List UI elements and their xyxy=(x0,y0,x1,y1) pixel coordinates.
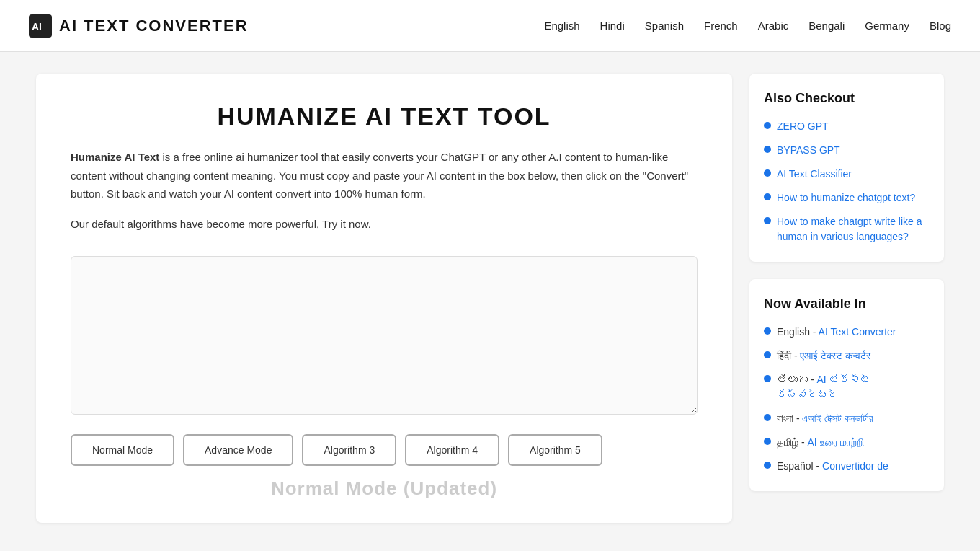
available-link[interactable]: एआई टेक्स्ट कन्वर्टर xyxy=(800,350,870,361)
nav-link-english[interactable]: English xyxy=(544,19,579,32)
list-item: How to make chatgpt write like a human i… xyxy=(764,214,930,244)
bullet-dot xyxy=(764,462,771,469)
bullet-dot xyxy=(764,414,771,421)
bullet-dot xyxy=(764,351,771,358)
bullet-dot xyxy=(764,169,771,177)
list-item: BYPASS GPT xyxy=(764,143,930,158)
nav-link-arabic[interactable]: Arabic xyxy=(758,19,789,32)
available-link[interactable]: AI Text Converter xyxy=(819,326,896,338)
page-layout: HUMANIZE AI TEXT TOOL Humanize AI Text i… xyxy=(22,52,958,545)
mode-btn-algorithm-3[interactable]: Algorithm 3 xyxy=(302,434,396,466)
nav-link-french[interactable]: French xyxy=(704,19,738,32)
also-checkout-title: Also Checkout xyxy=(764,91,930,106)
mode-buttons: Normal ModeAdvance ModeAlgorithm 3Algori… xyxy=(71,434,698,466)
now-available-title: Now Available In xyxy=(764,296,930,312)
mode-btn-advance-mode[interactable]: Advance Mode xyxy=(183,434,293,466)
available-link[interactable]: AI உரை மாற்றி xyxy=(807,436,864,448)
sub-intro: Our default algorithms have become more … xyxy=(71,215,698,234)
available-text: తెలుగు - AI టెక్స్ట్ కన్వర్టర్ xyxy=(777,372,930,402)
mode-btn-normal-mode[interactable]: Normal Mode xyxy=(71,434,174,466)
available-text: বাংলা - এআই টেক্সট কনভার্টার xyxy=(777,411,873,426)
list-item: हिंदी - एआई टेक्स्ट कन्वर्टर xyxy=(764,348,930,363)
nav-link-germany[interactable]: Germany xyxy=(865,19,909,32)
bullet-dot xyxy=(764,146,771,153)
sidebar-link[interactable]: AI Text Classifier xyxy=(777,167,852,182)
also-checkout-list: ZERO GPT BYPASS GPT AI Text Classifier H… xyxy=(764,119,930,244)
now-available-list: English - AI Text Converterहिंदी - एआई ट… xyxy=(764,325,930,474)
sidebar: Also Checkout ZERO GPT BYPASS GPT AI Tex… xyxy=(749,74,944,523)
list-item: ZERO GPT xyxy=(764,119,930,134)
bullet-dot xyxy=(764,375,771,382)
bullet-dot xyxy=(764,327,771,335)
available-text: Español - Convertidor de xyxy=(777,459,888,474)
mode-btn-algorithm-5[interactable]: Algorithm 5 xyxy=(508,434,602,466)
bullet-dot xyxy=(764,217,771,224)
available-link[interactable]: Convertidor de xyxy=(822,460,888,472)
page-title: HUMANIZE AI TEXT TOOL xyxy=(71,102,698,131)
header: AI AI TEXT CONVERTER EnglishHindiSpanish… xyxy=(0,0,980,52)
text-input[interactable] xyxy=(71,256,698,415)
list-item: বাংলা - এআই টেক্সট কনভার্টার xyxy=(764,411,930,426)
available-text: हिंदी - एआई टेक्स्ट कन्वर्टर xyxy=(777,348,870,363)
nav-link-hindi[interactable]: Hindi xyxy=(600,19,625,32)
main-content: HUMANIZE AI TEXT TOOL Humanize AI Text i… xyxy=(36,74,732,523)
sidebar-link[interactable]: ZERO GPT xyxy=(777,119,829,134)
list-item: AI Text Classifier xyxy=(764,167,930,182)
list-item: How to humanize chatgpt text? xyxy=(764,190,930,206)
sidebar-link[interactable]: How to make chatgpt write like a human i… xyxy=(777,214,930,244)
available-text: English - AI Text Converter xyxy=(777,325,896,340)
logo-text: AI TEXT CONVERTER xyxy=(59,17,249,35)
now-available-card: Now Available In English - AI Text Conve… xyxy=(749,279,944,491)
nav-link-spanish[interactable]: Spanish xyxy=(645,19,684,32)
bullet-dot xyxy=(764,193,771,200)
nav-link-blog[interactable]: Blog xyxy=(930,19,951,32)
logo-icon: AI xyxy=(29,14,52,38)
list-item: தமிழ் - AI உரை மாற்றி xyxy=(764,435,930,450)
intro-rest: is a free online ai humanizer tool that … xyxy=(71,151,688,200)
intro-bold: Humanize AI Text xyxy=(71,151,159,163)
available-link[interactable]: AI టెక్స్ట్ కన్వర్టర్ xyxy=(777,374,870,400)
nav-link-bengali[interactable]: Bengali xyxy=(808,19,845,32)
bullet-dot xyxy=(764,122,771,129)
list-item: Español - Convertidor de xyxy=(764,459,930,474)
svg-text:AI: AI xyxy=(32,21,42,32)
also-checkout-card: Also Checkout ZERO GPT BYPASS GPT AI Tex… xyxy=(749,74,944,262)
sidebar-link[interactable]: BYPASS GPT xyxy=(777,143,840,158)
list-item: తెలుగు - AI టెక్స్ట్ కన్వర్టర్ xyxy=(764,372,930,402)
available-text: தமிழ் - AI உரை மாற்றி xyxy=(777,435,864,450)
main-nav: EnglishHindiSpanishFrenchArabicBengaliGe… xyxy=(544,19,951,32)
list-item: English - AI Text Converter xyxy=(764,325,930,340)
available-link[interactable]: এআই টেক্সট কনভার্টার xyxy=(802,413,873,424)
sidebar-link[interactable]: How to humanize chatgpt text? xyxy=(777,190,915,206)
mode-btn-algorithm-4[interactable]: Algorithm 4 xyxy=(405,434,499,466)
intro-text: Humanize AI Text is a free online ai hum… xyxy=(71,148,698,203)
bullet-dot xyxy=(764,438,771,445)
output-label: Normal Mode (Updated) xyxy=(71,477,698,500)
logo-link[interactable]: AI AI TEXT CONVERTER xyxy=(29,14,249,38)
